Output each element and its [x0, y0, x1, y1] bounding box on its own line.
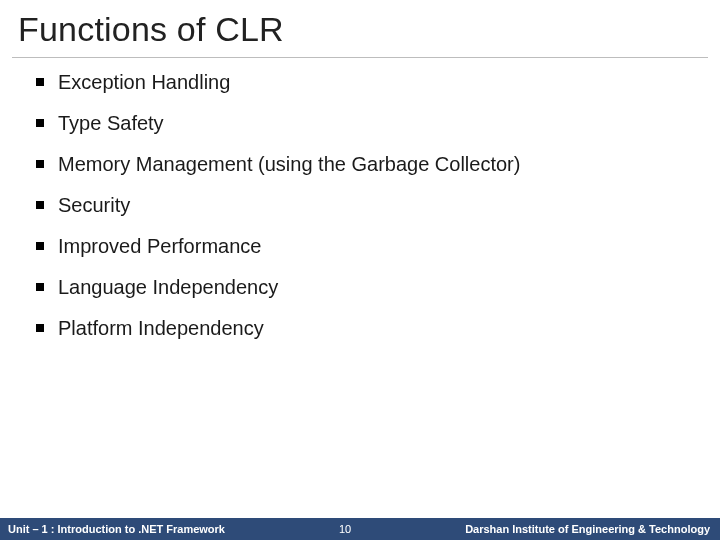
square-bullet-icon — [36, 201, 44, 209]
slide: Functions of CLR Exception Handling Type… — [0, 0, 720, 540]
list-item: Language Independency — [36, 275, 692, 300]
list-item: Exception Handling — [36, 70, 692, 95]
title-divider — [12, 57, 708, 58]
footer-bar: Unit – 1 : Introduction to .NET Framewor… — [0, 518, 720, 540]
list-item: Security — [36, 193, 692, 218]
footer-right: Darshan Institute of Engineering & Techn… — [465, 523, 720, 535]
list-item: Improved Performance — [36, 234, 692, 259]
list-item-text: Exception Handling — [58, 70, 230, 95]
footer-left: Unit – 1 : Introduction to .NET Framewor… — [0, 523, 225, 535]
list-item-text: Platform Independency — [58, 316, 264, 341]
list-item: Type Safety — [36, 111, 692, 136]
square-bullet-icon — [36, 119, 44, 127]
list-item-text: Type Safety — [58, 111, 164, 136]
list-item-text: Improved Performance — [58, 234, 261, 259]
list-item-text: Language Independency — [58, 275, 278, 300]
square-bullet-icon — [36, 160, 44, 168]
bullet-list: Exception Handling Type Safety Memory Ma… — [0, 70, 720, 341]
square-bullet-icon — [36, 283, 44, 291]
footer-page: 10 — [225, 523, 465, 535]
list-item: Memory Management (using the Garbage Col… — [36, 152, 692, 177]
list-item-text: Security — [58, 193, 130, 218]
square-bullet-icon — [36, 324, 44, 332]
page-title: Functions of CLR — [0, 0, 720, 57]
square-bullet-icon — [36, 78, 44, 86]
square-bullet-icon — [36, 242, 44, 250]
list-item: Platform Independency — [36, 316, 692, 341]
list-item-text: Memory Management (using the Garbage Col… — [58, 152, 520, 177]
